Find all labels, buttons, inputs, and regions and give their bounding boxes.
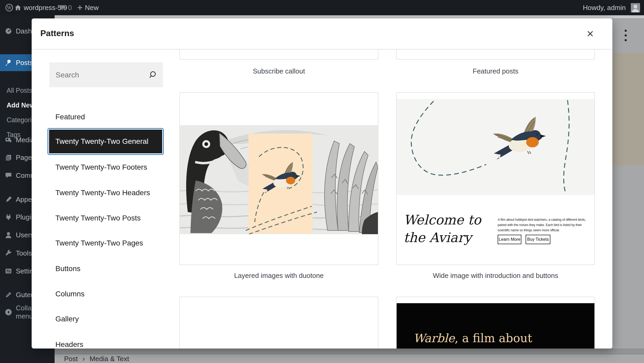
settings-icon [5, 267, 12, 275]
pin-icon [5, 59, 12, 66]
dashboard-icon [5, 27, 12, 35]
category-columns[interactable]: Columns [48, 281, 163, 307]
pattern-card-bottom-left[interactable] [179, 297, 378, 349]
breadcrumb: Post › Media & Text [64, 355, 129, 362]
category-twenty-twenty-two-footers[interactable]: Twenty Twenty-Two Footers [48, 155, 163, 180]
tools-icon [5, 249, 12, 257]
plugins-icon [5, 213, 12, 221]
search-box [49, 62, 163, 87]
howdy-admin[interactable]: Howdy, admin [583, 0, 626, 15]
bottom-strip [55, 354, 644, 363]
warble-title-line1: Warble, a film about [413, 331, 532, 345]
pages-icon [5, 154, 12, 161]
category-buttons[interactable]: Buttons [48, 256, 163, 281]
plus-icon[interactable] [77, 0, 83, 15]
learn-more-button: Learn More [498, 235, 521, 244]
category-twenty-twenty-two-headers[interactable]: Twenty Twenty-Two Headers [48, 180, 163, 205]
pattern-label: Subscribe callout [179, 67, 378, 75]
modal-header: Patterns [32, 18, 612, 50]
media-icon [5, 136, 12, 144]
collapse-icon [5, 308, 12, 316]
pattern-label: Featured posts [396, 67, 595, 75]
comments-count[interactable]: 0 [68, 0, 72, 15]
home-icon[interactable] [15, 0, 21, 15]
duck-illustration [180, 125, 378, 234]
breadcrumb-root[interactable]: Post [64, 355, 78, 363]
pattern-card-layered-images[interactable] [179, 92, 378, 265]
new-button[interactable]: New [85, 0, 99, 15]
aviary-heading: Welcome to the Aviary [403, 211, 481, 247]
category-twenty-twenty-two-pages[interactable]: Twenty Twenty-Two Pages [48, 230, 163, 256]
aviary-paragraph: A film about hobbyist bird watchers, a c… [498, 217, 592, 233]
admin-bar: W wordpress-5.9 0 New Howdy, admin [0, 0, 644, 15]
comments-icon [5, 172, 12, 179]
search-icon[interactable] [149, 71, 157, 79]
category-twenty-twenty-two-posts[interactable]: Twenty Twenty-Two Posts [48, 205, 163, 231]
patterns-modal: Patterns Featured Twenty Twenty-Two Gene… [32, 18, 612, 349]
pattern-card-video-trailer[interactable]: Warble, a film about hobbyist bird watch… [396, 297, 595, 349]
modal-title: Patterns [40, 28, 74, 38]
category-headers[interactable]: Headers [48, 332, 163, 349]
search-input[interactable] [49, 62, 151, 88]
pattern-card-featured-posts[interactable] [396, 50, 595, 60]
svg-text:W: W [7, 5, 12, 10]
category-featured[interactable]: Featured [48, 104, 163, 130]
pattern-card-wide-image[interactable]: Welcome to the Aviary A film about hobby… [396, 92, 595, 265]
warble-video-block: Warble, a film about hobbyist bird watch… [397, 303, 594, 349]
aviary-illustration [397, 99, 594, 195]
category-twenty-twenty-two-general[interactable]: Twenty Twenty-Two General [48, 129, 163, 154]
breadcrumb-current[interactable]: Media & Text [90, 355, 129, 363]
modal-body: Featured Twenty Twenty-Two General Twent… [32, 50, 612, 349]
avatar[interactable] [631, 3, 640, 12]
comments-bubble-icon[interactable] [59, 0, 66, 15]
category-gallery[interactable]: Gallery [48, 306, 163, 332]
pattern-label: Wide image with introduction and buttons [396, 272, 595, 279]
warble-title-line2: hobbyist bird watchers [413, 347, 549, 349]
options-ellipsis-icon[interactable] [625, 27, 627, 44]
close-icon [586, 29, 595, 38]
pattern-label: Layered images with duotone [179, 272, 378, 279]
appearance-icon [5, 196, 12, 203]
close-button[interactable] [582, 26, 598, 42]
users-icon [5, 231, 12, 239]
buy-tickets-button: Buy Tickets [526, 235, 550, 244]
gutenberg-pencil-icon [5, 291, 12, 298]
wordpress-logo-icon[interactable]: W [5, 0, 13, 15]
breadcrumb-separator-icon: › [83, 355, 85, 363]
pattern-card-subscribe-callout[interactable] [179, 50, 378, 60]
